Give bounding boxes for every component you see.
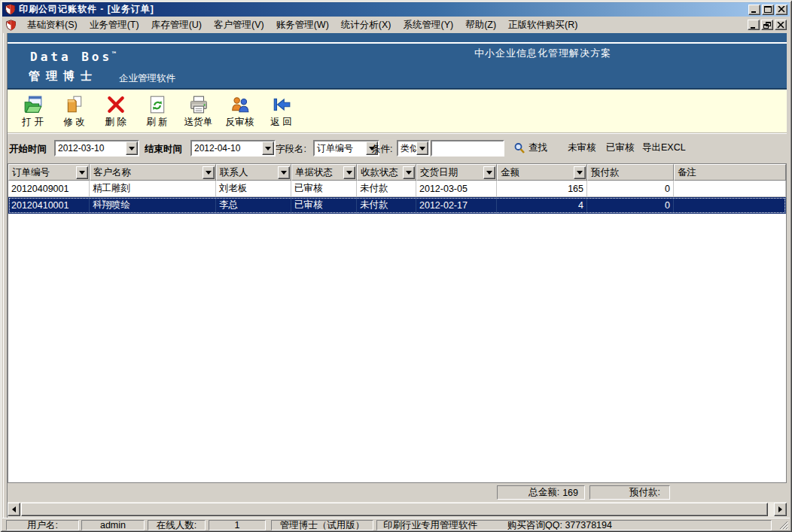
cell-doc-status: 已审核 [291, 197, 357, 214]
col-header-prepayment[interactable]: 预付款 [587, 164, 674, 181]
menu-item-business[interactable]: 业务管理(T) [84, 17, 145, 34]
search-input[interactable] [431, 140, 504, 157]
menu-bar: 基础资料(S) 业务管理(T) 库存管理(U) 客户管理(V) 账务管理(W) … [2, 17, 790, 33]
col-header-doc-status[interactable]: 单据状态 [291, 164, 357, 181]
cell-customer: 科翔喷绘 [90, 197, 216, 214]
condition-combobox[interactable]: 类似 [397, 140, 430, 157]
refresh-icon [148, 95, 167, 114]
scrollbar-thumb[interactable] [21, 503, 768, 516]
cell-delivery-date: 2012-03-05 [416, 181, 497, 197]
banner-separator-line [8, 42, 787, 44]
end-date-combobox[interactable]: 2012-04-10 [190, 140, 276, 157]
col-header-delivery-date[interactable]: 交货日期 [416, 164, 497, 181]
cell-order-no: 20120410001 [8, 197, 90, 214]
col-header-payment-status[interactable]: 收款状态 [357, 164, 416, 181]
chevron-down-icon[interactable] [416, 141, 428, 155]
export-excel-button[interactable]: 导出EXCL [642, 141, 686, 154]
end-date-value: 2012-04-10 [192, 143, 262, 154]
col-label: 备注 [678, 166, 696, 179]
delivery-note-button[interactable]: 送货单 [178, 93, 219, 129]
menu-item-system[interactable]: 系统管理(Y) [397, 17, 459, 34]
refresh-button[interactable]: 刷 新 [136, 93, 178, 129]
col-label: 订单编号 [12, 166, 50, 179]
status-bar: 用户名: admin 在线人数: 1 管理博士（试用版） 印刷行业专用管理软件 … [2, 518, 790, 530]
online-count-label-panel: 在线人数: [148, 520, 206, 530]
cell-remarks [674, 197, 786, 214]
toolbar-label: 修 改 [63, 116, 84, 129]
menu-item-help[interactable]: 帮助(Z) [459, 17, 502, 34]
minimize-button[interactable] [748, 5, 760, 15]
modify-button[interactable]: 修 改 [53, 93, 95, 129]
table-header-row: 订单编号 客户名称 联系人 单据状态 收款状态 交货日期 金额 预付款 备注 [8, 164, 786, 181]
menu-item-purchase[interactable]: 正版软件购买(R) [502, 17, 583, 34]
cell-prepayment: 0 [587, 181, 674, 197]
condition-value: 类似 [398, 142, 416, 155]
menu-item-customers[interactable]: 客户管理(V) [208, 17, 270, 34]
app-shield-icon [5, 4, 16, 15]
column-filter-dropdown[interactable] [278, 166, 290, 179]
col-header-amount[interactable]: 金额 [497, 164, 587, 181]
col-header-customer[interactable]: 客户名称 [90, 164, 216, 181]
close-button[interactable] [775, 5, 787, 15]
end-date-label: 结束时间 [145, 143, 182, 156]
column-filter-dropdown[interactable] [76, 166, 88, 179]
chevron-down-icon[interactable] [126, 141, 138, 155]
toolbar-label: 刷 新 [146, 116, 167, 129]
window-title: 印刷公司记账软件 - [业务订单] [19, 3, 154, 16]
scroll-left-button[interactable] [8, 503, 20, 516]
resize-grip[interactable] [778, 520, 788, 530]
brand-subtitle: 企业管理软件 [119, 72, 175, 85]
return-button[interactable]: 返 回 [260, 93, 302, 129]
search-icon [513, 142, 525, 154]
scroll-right-button[interactable] [774, 503, 787, 516]
column-filter-dropdown[interactable] [203, 166, 215, 179]
product-info-panel: 印刷行业专用管理软件 购买咨询QQ: 377378194 [376, 520, 772, 530]
menu-item-statistics[interactable]: 统计分析(X) [335, 17, 398, 34]
unaudited-button[interactable]: 未审核 [568, 141, 596, 154]
col-header-remarks[interactable]: 备注 [674, 164, 786, 181]
menu-item-inventory[interactable]: 库存管理(U) [145, 17, 208, 34]
trademark-symbol: ™ [112, 50, 116, 58]
open-button[interactable]: 打 开 [12, 93, 53, 129]
column-filter-dropdown[interactable] [343, 166, 355, 179]
horizontal-scrollbar[interactable] [8, 502, 787, 517]
column-filter-dropdown[interactable] [403, 166, 415, 179]
toolbar-label: 删 除 [105, 116, 126, 129]
column-filter-dropdown[interactable] [483, 166, 495, 179]
cell-amount: 4 [497, 197, 587, 214]
cell-prepayment: 0 [587, 197, 674, 214]
unaudit-button[interactable]: 反审核 [219, 93, 260, 129]
field-name-combobox[interactable]: 订单编号 [313, 140, 379, 157]
col-header-contact[interactable]: 联系人 [216, 164, 291, 181]
edit-document-icon [65, 95, 84, 114]
column-filter-dropdown[interactable] [574, 166, 586, 179]
table-row-selected[interactable]: 20120410001 科翔喷绘 李总 已审核 未付款 2012-02-17 4… [8, 197, 786, 214]
delete-button[interactable]: 删 除 [95, 93, 136, 129]
purchase-qq: 购买咨询QQ: 377378194 [507, 520, 612, 530]
start-date-combobox[interactable]: 2012-03-10 [54, 140, 139, 157]
col-label: 收款状态 [361, 166, 398, 179]
toolbar-label: 送货单 [184, 116, 213, 129]
audited-button[interactable]: 已审核 [606, 141, 635, 154]
chevron-down-icon[interactable] [262, 141, 274, 155]
menu-item-base-data[interactable]: 基础资料(S) [21, 17, 84, 34]
col-label: 单据状态 [295, 166, 333, 179]
find-button[interactable]: 查找 [513, 141, 547, 154]
brand-banner: Data Bos™ 管理博士 企业管理软件 中小企业信息化管理解决方案 [8, 33, 787, 90]
mdi-minimize-button[interactable] [748, 20, 760, 30]
open-folder-icon [23, 95, 43, 114]
cell-remarks [674, 181, 786, 197]
start-date-label: 开始时间 [9, 143, 47, 156]
maximize-button[interactable] [762, 5, 774, 15]
table-row[interactable]: 20120409001 精工雕刻 刘老板 已审核 未付款 2012-03-05 … [8, 181, 786, 197]
total-amount-value: 169 [562, 488, 578, 498]
totals-band: 总金额: 169 预付款: [8, 483, 787, 502]
col-header-order-no[interactable]: 订单编号 [8, 164, 90, 181]
orders-table: 订单编号 客户名称 联系人 单据状态 收款状态 交货日期 金额 预付款 备注 2… [8, 163, 787, 483]
brand-name-cn: 管理博士 [29, 69, 98, 84]
mdi-close-button[interactable] [775, 20, 787, 30]
mdi-restore-button[interactable] [761, 20, 773, 30]
document-shield-icon[interactable] [5, 20, 17, 31]
edition-panel: 管理博士（试用版） [271, 520, 373, 530]
menu-item-accounting[interactable]: 账务管理(W) [270, 17, 335, 34]
